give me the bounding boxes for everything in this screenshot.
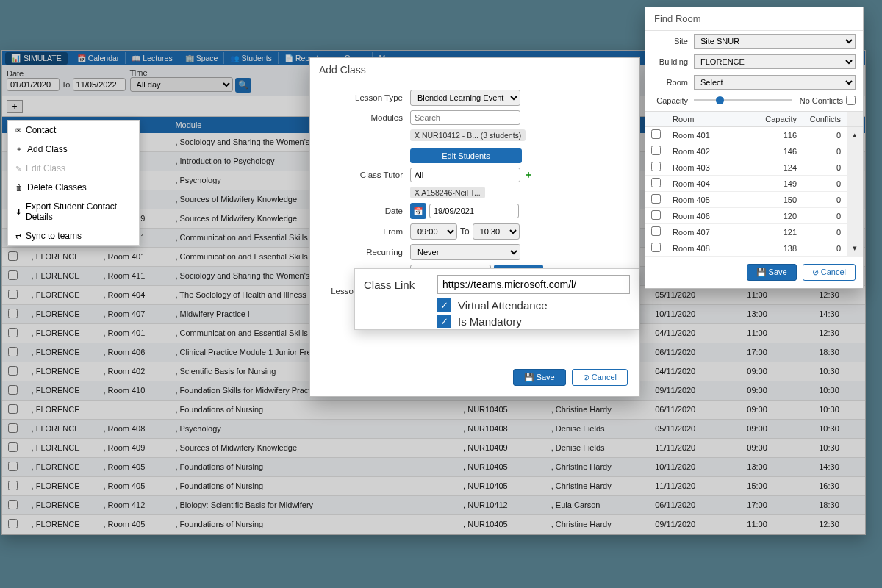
class-tutor-input[interactable] xyxy=(410,168,520,182)
room-checkbox[interactable] xyxy=(651,243,661,252)
room-row[interactable]: Room 4011160▴ xyxy=(645,127,863,143)
nav-space[interactable]: 🏢Space xyxy=(179,52,224,64)
class-link-input[interactable] xyxy=(437,275,630,294)
class-link-label: Class Link xyxy=(364,279,429,291)
capacity-label: Capacity xyxy=(653,96,694,105)
table-row[interactable]: , FLORENCE, Room 412, Biology: Scientifi… xyxy=(2,495,865,514)
room-select[interactable]: Select xyxy=(694,75,856,90)
room-save-button[interactable]: 💾 Save xyxy=(747,264,797,281)
table-row[interactable]: , FLORENCE, Room 405, Foundations of Nur… xyxy=(2,514,865,534)
date-from-input[interactable] xyxy=(7,78,60,91)
date-input[interactable] xyxy=(429,204,519,218)
ctx-sync-to-teams[interactable]: ⇄Sync to teams xyxy=(8,226,139,245)
room-row[interactable]: Room 4041490 xyxy=(645,176,863,192)
row-checkbox[interactable] xyxy=(8,519,18,528)
from-time-select[interactable]: 09:00 xyxy=(410,223,457,240)
virtual-label: Virtual Attendance xyxy=(458,299,547,312)
class-link-panel: Class Link ✓Virtual Attendance ✓Is Manda… xyxy=(354,268,639,330)
room-row[interactable]: Room 4081380▾ xyxy=(645,240,863,257)
room-checkbox[interactable] xyxy=(651,210,661,220)
col-conflicts[interactable]: Conflicts xyxy=(803,112,847,127)
row-checkbox[interactable] xyxy=(8,481,18,490)
room-row[interactable]: Room 4031240 xyxy=(645,159,863,176)
mandatory-checkbox[interactable]: ✓ xyxy=(437,315,451,328)
room-checkbox[interactable] xyxy=(651,178,661,187)
add-class-modal: Add Class Lesson Type Blended Learning E… xyxy=(309,57,640,397)
table-row[interactable]: , FLORENCE, Room 405, Foundations of Nur… xyxy=(2,476,865,495)
ctx-export-student-contact-details[interactable]: ⬇Export Student Contact Details xyxy=(8,197,139,226)
row-checkbox[interactable] xyxy=(8,500,18,509)
date-label: Date xyxy=(322,207,410,215)
row-checkbox[interactable] xyxy=(8,462,18,471)
virtual-checkbox[interactable]: ✓ xyxy=(437,298,451,312)
row-checkbox[interactable] xyxy=(8,328,18,337)
search-button[interactable]: 🔍 xyxy=(235,78,251,93)
row-checkbox[interactable] xyxy=(8,423,18,433)
room-cancel-button[interactable]: ⊘ Cancel xyxy=(803,264,856,281)
room-checkbox[interactable] xyxy=(651,162,661,171)
brand[interactable]: 📊SIMULATE xyxy=(5,52,68,65)
site-select[interactable]: Site SNUR xyxy=(694,34,856,49)
row-checkbox[interactable] xyxy=(8,366,18,376)
row-checkbox[interactable] xyxy=(8,309,18,318)
nav-lectures[interactable]: 📖Lectures xyxy=(125,52,178,64)
room-checkbox[interactable] xyxy=(651,226,661,236)
time-select[interactable]: All day xyxy=(130,77,233,92)
cancel-button[interactable]: ⊘ Cancel xyxy=(572,369,628,386)
context-menu: ✉Contact＋Add Class✎Edit Class🗑Delete Cla… xyxy=(7,120,140,246)
ctx-contact[interactable]: ✉Contact xyxy=(8,121,139,140)
building-label: Building xyxy=(653,57,694,66)
table-row[interactable]: , FLORENCE, Room 405, Foundations of Nur… xyxy=(2,457,865,476)
modules-label: Modules xyxy=(322,113,410,122)
room-table: Room Capacity Conflicts Room 4011160▴ Ro… xyxy=(645,111,863,257)
save-button[interactable]: 💾 Save xyxy=(513,369,566,386)
room-row[interactable]: Room 4051500 xyxy=(645,192,863,208)
table-row[interactable]: , FLORENCE, Foundations of Nursing, NUR1… xyxy=(2,400,865,419)
table-row[interactable]: , FLORENCE, Room 408, Psychology, NUR104… xyxy=(2,419,865,438)
noconflicts-checkbox[interactable] xyxy=(846,96,856,105)
room-row[interactable]: Room 4061200 xyxy=(645,208,863,224)
find-room-title: Find Room xyxy=(645,7,863,31)
to-time-select[interactable]: 10:30 xyxy=(473,223,520,240)
row-checkbox[interactable] xyxy=(8,404,18,414)
module-chip[interactable]: X NUR10412 - B... (3 students) xyxy=(410,129,526,141)
row-checkbox[interactable] xyxy=(8,270,18,280)
col-capacity[interactable]: Capacity xyxy=(759,112,803,127)
row-checkbox[interactable] xyxy=(8,347,18,356)
to-label: To xyxy=(62,80,71,89)
add-row-button[interactable]: + xyxy=(7,100,23,113)
table-row[interactable]: , FLORENCE, Room 409, Sources of Midwife… xyxy=(2,534,865,535)
capacity-slider[interactable] xyxy=(694,99,792,101)
nav-students[interactable]: 👥Students xyxy=(223,52,277,64)
col-room[interactable]: Room xyxy=(667,112,759,127)
row-checkbox[interactable] xyxy=(8,290,18,299)
building-select[interactable]: FLORENCE xyxy=(694,54,856,69)
lesson-type-select[interactable]: Blended Learning Event xyxy=(410,90,520,106)
table-row[interactable]: , FLORENCE, Room 409, Sources of Midwife… xyxy=(2,438,865,457)
recurring-select[interactable]: Never xyxy=(410,244,520,260)
edit-students-button[interactable]: Edit Students xyxy=(410,148,522,163)
row-checkbox[interactable] xyxy=(8,251,18,261)
room-checkbox[interactable] xyxy=(651,194,661,204)
tutor-chip[interactable]: X A158246-Neil T... xyxy=(410,187,485,198)
from-label: From xyxy=(322,227,410,236)
modules-search[interactable] xyxy=(410,110,520,125)
add-tutor-icon[interactable]: ＋ xyxy=(523,168,534,182)
time-label: Time xyxy=(130,68,148,77)
row-checkbox[interactable] xyxy=(8,442,18,452)
room-row[interactable]: Room 4071210 xyxy=(645,224,863,240)
ctx-add-class[interactable]: ＋Add Class xyxy=(8,140,139,159)
date-to-input[interactable] xyxy=(73,78,126,91)
calendar-icon[interactable]: 📅 xyxy=(410,203,426,219)
room-checkbox[interactable] xyxy=(651,146,661,155)
nav-calendar[interactable]: 📅Calendar xyxy=(71,52,126,64)
row-checkbox[interactable] xyxy=(8,385,18,395)
find-room-panel: Find Room SiteSite SNUR BuildingFLORENCE… xyxy=(645,7,864,289)
ctx-edit-class: ✎Edit Class xyxy=(8,159,139,178)
ctx-delete-classes[interactable]: 🗑Delete Classes xyxy=(8,178,139,197)
room-row[interactable]: Room 4021460 xyxy=(645,143,863,159)
to-label2: To xyxy=(460,226,470,237)
room-checkbox[interactable] xyxy=(651,129,661,139)
lesson-type-label: Lesson Type xyxy=(322,93,410,102)
noconflicts-label: No Conflicts xyxy=(800,96,843,105)
